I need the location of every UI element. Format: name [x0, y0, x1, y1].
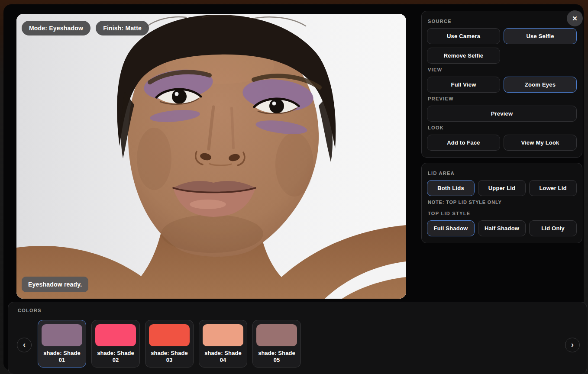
- selfie-preview: Mode: Eyeshadow Finish: Matte Eyeshadow …: [16, 14, 406, 299]
- full-view-button[interactable]: Full View: [427, 77, 500, 93]
- main-controls-panel: SOURCE Use Camera Use Selfie Remove Self…: [421, 11, 582, 158]
- both-lids-button[interactable]: Both Lids: [427, 180, 475, 196]
- view-section-label: VIEW: [428, 67, 576, 72]
- carousel-next-button[interactable]: ›: [565, 338, 580, 352]
- preview-badges: Mode: Eyeshadow Finish: Matte: [22, 21, 149, 35]
- shade-card[interactable]: shade: Shade 04: [199, 320, 247, 368]
- full-shadow-button[interactable]: Full Shadow: [427, 220, 475, 236]
- use-selfie-button[interactable]: Use Selfie: [504, 28, 577, 44]
- shade-card[interactable]: shade: Shade 05: [252, 320, 301, 368]
- carousel-prev-button[interactable]: ‹: [17, 338, 32, 352]
- shade-label: shade: Shade 05: [256, 350, 297, 364]
- finish-badge: Finish: Matte: [96, 21, 149, 35]
- shade-card[interactable]: shade: Shade 01: [38, 320, 86, 368]
- mode-badge: Mode: Eyeshadow: [22, 21, 90, 35]
- shade-label: shade: Shade 04: [203, 350, 243, 364]
- preview-button[interactable]: Preview: [427, 106, 577, 122]
- colors-section-label: COLORS: [18, 308, 42, 313]
- source-section-label: SOURCE: [428, 19, 576, 24]
- top-lid-style-section-label: TOP LID STYLE: [428, 211, 576, 216]
- chevron-right-icon: ›: [571, 340, 574, 349]
- shade-swatch: [203, 324, 243, 346]
- view-my-look-button[interactable]: View My Look: [504, 135, 577, 151]
- shade-label: shade: Shade 01: [42, 350, 82, 364]
- shade-swatch: [149, 324, 190, 346]
- selfie-portrait: [16, 14, 406, 299]
- shade-card[interactable]: shade: Shade 03: [145, 320, 194, 368]
- colors-panel: COLORS ‹ shade: Shade 01 shade: Shade 02…: [8, 302, 587, 374]
- lower-lid-button[interactable]: Lower Lid: [529, 180, 577, 196]
- shade-label: shade: Shade 02: [95, 350, 136, 364]
- add-to-face-button[interactable]: Add to Face: [427, 135, 500, 151]
- preview-section-label: PREVIEW: [428, 96, 576, 101]
- makeup-tryon-screen: Mode: Eyeshadow Finish: Matte Eyeshadow …: [0, 0, 588, 374]
- shade-carousel: shade: Shade 01 shade: Shade 02 shade: S…: [38, 320, 301, 368]
- lid-only-button[interactable]: Lid Only: [529, 220, 577, 236]
- look-section-label: LOOK: [428, 125, 576, 130]
- shade-label: shade: Shade 03: [149, 350, 190, 364]
- top-lid-note: NOTE: TOP LID STYLE ONLY: [428, 200, 576, 205]
- close-button[interactable]: ✕: [567, 10, 583, 26]
- chevron-left-icon: ‹: [23, 340, 26, 349]
- upper-lid-button[interactable]: Upper Lid: [478, 180, 526, 196]
- use-camera-button[interactable]: Use Camera: [427, 28, 500, 44]
- shade-swatch: [95, 324, 136, 346]
- controls-sidebar: SOURCE Use Camera Use Selfie Remove Self…: [421, 11, 582, 248]
- close-icon: ✕: [572, 15, 578, 23]
- zoom-eyes-button[interactable]: Zoom Eyes: [504, 77, 577, 93]
- shade-swatch: [256, 324, 297, 346]
- half-shadow-button[interactable]: Half Shadow: [478, 220, 526, 236]
- lid-controls-panel: LID AREA Both Lids Upper Lid Lower Lid N…: [421, 163, 582, 243]
- lid-area-section-label: LID AREA: [428, 171, 576, 176]
- remove-selfie-button[interactable]: Remove Selfie: [427, 48, 500, 64]
- shade-card[interactable]: shade: Shade 02: [91, 320, 140, 368]
- shade-swatch: [42, 324, 82, 346]
- tryon-modal: Mode: Eyeshadow Finish: Matte Eyeshadow …: [3, 4, 584, 371]
- status-badge: Eyeshadow ready.: [22, 277, 88, 292]
